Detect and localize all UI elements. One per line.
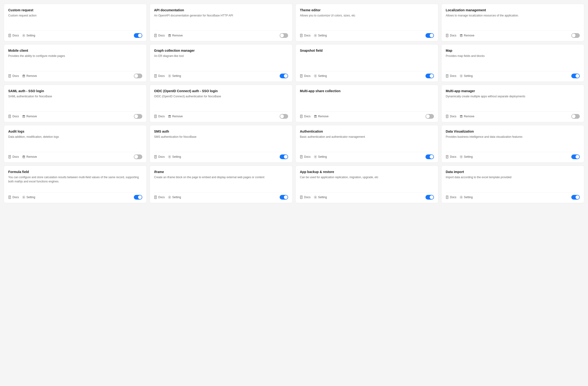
setting-btn-map[interactable]: Setting — [460, 74, 473, 78]
setting-label: Setting — [318, 155, 327, 159]
docs-btn-app-backup-restore[interactable]: Docs — [300, 196, 311, 199]
toggle-track-theme-editor — [425, 33, 434, 38]
docs-label: Docs — [450, 196, 456, 199]
card-desc-sms-auth: SMS authentication for NocoBase — [154, 135, 288, 149]
remove-btn-api-documentation[interactable]: Remove — [168, 34, 183, 37]
docs-btn-data-import[interactable]: Docs — [446, 196, 456, 199]
svg-rect-53 — [23, 116, 25, 118]
toggle-track-saml-auth — [134, 114, 142, 119]
toggle-data-visualization[interactable] — [571, 154, 580, 159]
toggle-formula-field[interactable] — [134, 195, 142, 200]
docs-btn-api-documentation[interactable]: Docs — [154, 34, 165, 37]
toggle-multi-app-share-collection[interactable] — [425, 114, 434, 119]
setting-btn-app-backup-restore[interactable]: Setting — [314, 196, 327, 199]
docs-btn-multi-app-share-collection[interactable]: Docs — [300, 115, 311, 118]
card-app-backup-restore: App backup & restore Can be used for app… — [295, 165, 439, 203]
docs-btn-sms-auth[interactable]: Docs — [154, 155, 165, 159]
docs-btn-oidc-auth[interactable]: Docs — [154, 115, 165, 118]
svg-point-4 — [23, 35, 24, 36]
toggle-mobile-client[interactable] — [134, 74, 142, 78]
setting-btn-snapshot-field[interactable]: Setting — [314, 74, 327, 78]
remove-btn-audit-logs[interactable]: Remove — [22, 155, 37, 159]
toggle-api-documentation[interactable] — [280, 33, 288, 38]
toggle-multi-app-manager[interactable] — [571, 114, 580, 119]
toggle-oidc-auth[interactable] — [280, 114, 288, 119]
docs-btn-saml-auth[interactable]: Docs — [8, 115, 19, 118]
svg-point-103 — [461, 156, 462, 157]
toggle-graph-collection-manager[interactable] — [280, 74, 288, 78]
card-title-formula-field: Formula field — [8, 170, 142, 174]
setting-label: Setting — [464, 196, 473, 199]
remove-btn-saml-auth[interactable]: Remove — [22, 115, 37, 118]
setting-label: Setting — [172, 74, 181, 78]
docs-btn-custom-request[interactable]: Docs — [8, 34, 19, 37]
svg-point-123 — [461, 197, 462, 198]
toggle-thumb-snapshot-field — [430, 74, 434, 78]
toggle-map[interactable] — [571, 74, 580, 78]
remove-btn-multi-app-manager[interactable]: Remove — [460, 115, 474, 118]
toggle-localization-management[interactable] — [571, 33, 580, 38]
setting-icon — [314, 155, 317, 159]
setting-btn-formula-field[interactable]: Setting — [22, 196, 35, 199]
toggle-audit-logs[interactable] — [134, 154, 142, 159]
setting-icon — [168, 155, 171, 159]
remove-btn-localization-management[interactable]: Remove — [460, 34, 474, 37]
card-title-sms-auth: SMS auth — [154, 129, 288, 133]
docs-btn-authentication[interactable]: Docs — [300, 155, 311, 159]
remove-btn-oidc-auth[interactable]: Remove — [168, 115, 183, 118]
card-footer-custom-request: Docs Setting — [8, 31, 142, 38]
toggle-snapshot-field[interactable] — [425, 74, 434, 78]
remove-btn-mobile-client[interactable]: Remove — [22, 74, 37, 78]
docs-btn-multi-app-manager[interactable]: Docs — [446, 115, 456, 118]
card-title-authentication: Authentication — [300, 129, 434, 133]
docs-label: Docs — [304, 74, 311, 78]
docs-btn-theme-editor[interactable]: Docs — [300, 34, 311, 37]
toggle-sms-auth[interactable] — [280, 154, 288, 159]
docs-btn-data-visualization[interactable]: Docs — [446, 155, 456, 159]
docs-label: Docs — [158, 196, 165, 199]
card-desc-iframe: Create an iframe block on the page to em… — [154, 175, 288, 189]
docs-btn-iframe[interactable]: Docs — [154, 196, 165, 199]
setting-btn-data-visualization[interactable]: Setting — [460, 155, 473, 159]
card-title-custom-request: Custom request — [8, 8, 142, 12]
toggle-custom-request[interactable] — [134, 33, 142, 38]
setting-btn-authentication[interactable]: Setting — [314, 155, 327, 159]
setting-icon — [314, 196, 317, 199]
docs-btn-mobile-client[interactable]: Docs — [8, 74, 19, 78]
toggle-theme-editor[interactable] — [425, 33, 434, 38]
remove-btn-multi-app-share-collection[interactable]: Remove — [314, 115, 329, 118]
svg-point-48 — [461, 76, 462, 76]
setting-label: Setting — [464, 74, 473, 78]
toggle-thumb-theme-editor — [430, 34, 434, 37]
card-footer-sms-auth: Docs Setting — [154, 152, 288, 159]
card-desc-multi-app-manager: Dynamically create multiple apps without… — [446, 94, 580, 108]
docs-btn-snapshot-field[interactable]: Docs — [300, 74, 311, 78]
card-desc-oidc-auth: OIDC (OpenID Connect) authentication for… — [154, 94, 288, 108]
remove-label: Remove — [464, 115, 474, 118]
toggle-saml-auth[interactable] — [134, 114, 142, 119]
toggle-thumb-data-import — [576, 195, 579, 199]
docs-icon — [300, 74, 303, 78]
setting-btn-graph-collection-manager[interactable]: Setting — [168, 74, 181, 78]
setting-btn-theme-editor[interactable]: Setting — [314, 34, 327, 37]
docs-btn-localization-management[interactable]: Docs — [446, 34, 456, 37]
toggle-track-data-import — [571, 195, 580, 200]
docs-btn-formula-field[interactable]: Docs — [8, 196, 19, 199]
docs-icon — [154, 115, 157, 118]
toggle-track-authentication — [425, 154, 434, 159]
toggle-iframe[interactable] — [280, 195, 288, 200]
docs-btn-graph-collection-manager[interactable]: Docs — [154, 74, 165, 78]
docs-btn-map[interactable]: Docs — [446, 74, 456, 78]
setting-btn-data-import[interactable]: Setting — [460, 196, 473, 199]
toggle-app-backup-restore[interactable] — [425, 195, 434, 200]
setting-btn-custom-request[interactable]: Setting — [22, 34, 35, 37]
toggle-authentication[interactable] — [425, 154, 434, 159]
setting-btn-sms-auth[interactable]: Setting — [168, 155, 181, 159]
card-title-data-visualization: Data Visualization — [446, 129, 580, 133]
toggle-track-mobile-client — [134, 74, 142, 78]
setting-btn-iframe[interactable]: Setting — [168, 196, 181, 199]
docs-btn-audit-logs[interactable]: Docs — [8, 155, 19, 159]
remove-label: Remove — [172, 115, 183, 118]
card-footer-saml-auth: Docs Remove — [8, 111, 142, 119]
toggle-data-import[interactable] — [571, 195, 580, 200]
